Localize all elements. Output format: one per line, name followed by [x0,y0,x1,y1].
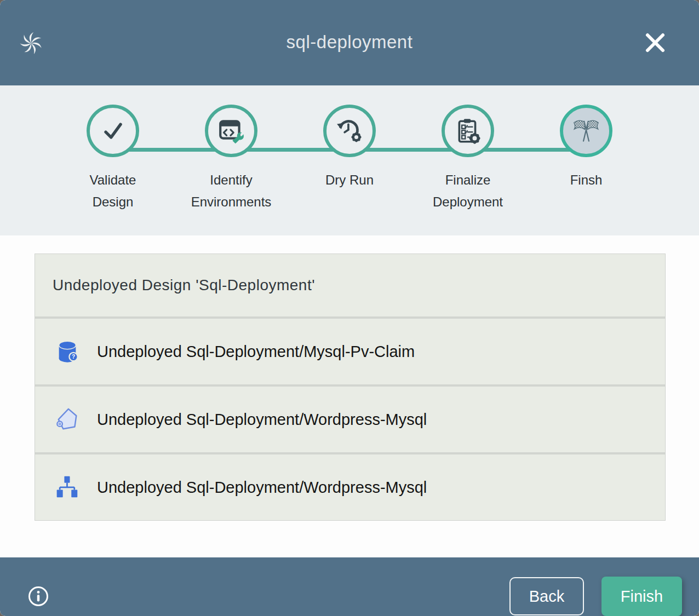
result-design-text: Undeployed Design 'Sql-Deployment' [53,277,315,294]
dry-run-clock-gear-icon[interactable] [323,105,376,157]
result-row: Undeployed Sql-Deployment/Wordpress-Mysq… [35,387,665,452]
step-dry-run: Dry Run [290,105,409,213]
step-label: Validate Design [69,169,157,213]
result-row: Undeployed Sql-Deployment/Wordpress-Mysq… [35,454,665,520]
step-identify-environments: Identify Environments [172,105,290,213]
step-validate-design: Validate Design [54,105,172,213]
result-design-header: Undeployed Design 'Sql-Deployment' [35,254,665,316]
wizard-stepper: Validate Design Identify Environments [0,85,699,235]
result-text: Undeployed Sql-Deployment/Wordpress-Mysq… [97,479,427,497]
result-row: ? Undeployed Sql-Deployment/Mysql-Pv-Cla… [35,319,665,384]
info-icon[interactable] [27,585,49,607]
action-bar: Back Finish [0,557,699,616]
svg-text:?: ? [72,354,75,360]
pentagon-icon [55,406,80,433]
results-area: Undeployed Design 'Sql-Deployment' ? Und… [0,254,699,557]
deployment-wizard-modal: sql-deployment Validate Design [0,0,699,616]
database-icon: ? [55,338,80,365]
step-label: Finsh [570,169,603,191]
checkered-flags-icon[interactable] [560,105,612,157]
step-label: Dry Run [325,169,374,191]
step-label: Identify Environments [187,169,275,213]
hierarchy-icon [55,474,80,500]
code-wrench-icon[interactable] [205,105,257,157]
back-button[interactable]: Back [509,577,584,615]
titlebar: sql-deployment [0,0,699,85]
finish-button[interactable]: Finish [601,577,682,616]
result-text: Undeployed Sql-Deployment/Mysql-Pv-Claim [97,343,415,361]
result-text: Undeployed Sql-Deployment/Wordpress-Mysq… [97,411,427,429]
results-panel: Undeployed Design 'Sql-Deployment' ? Und… [35,254,666,521]
step-finalize-deployment: Finalize Deployment [409,105,527,213]
page-title: sql-deployment [0,32,699,53]
check-icon[interactable] [87,105,139,157]
close-icon[interactable] [643,31,667,55]
clipboard-gear-icon[interactable] [442,105,494,157]
step-finish: Finsh [527,105,645,213]
step-label: Finalize Deployment [424,169,512,213]
